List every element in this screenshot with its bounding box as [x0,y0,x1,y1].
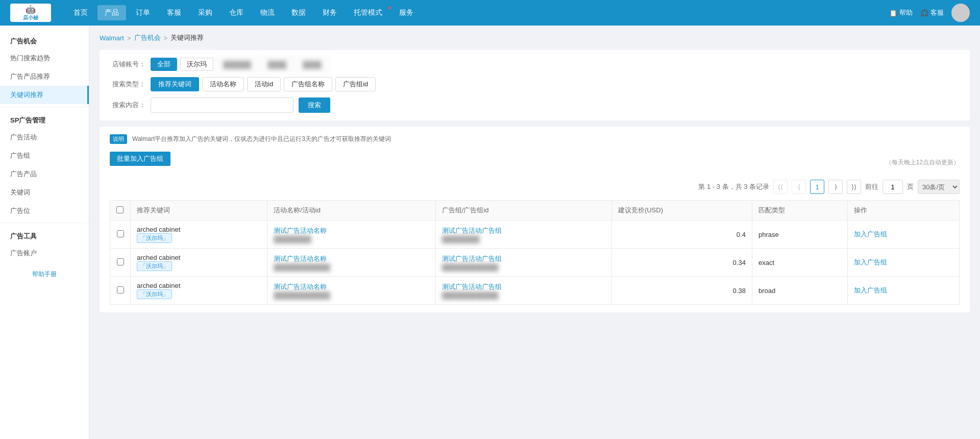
user-avatar[interactable] [951,4,970,22]
help-button[interactable]: 📋 帮助 [889,8,913,17]
col-adgroup: 广告组/广告组id [435,201,611,221]
store-walmart-btn[interactable]: 沃尔玛 [180,58,213,71]
nav-data[interactable]: 数据 [284,5,313,20]
nav-customer[interactable]: 客服 [160,5,188,20]
row2-add-btn[interactable]: 加入广告组 [854,258,887,266]
row2-checkbox[interactable] [117,258,124,265]
store-tags: 全部 沃尔玛 ██████ ████ ████ [151,58,328,71]
page-prev-btn[interactable]: ⟨ [792,180,806,194]
row2-keyword-cell: arched cabinet 「沃尔玛」 [131,249,267,277]
search-type-campaign-name-btn[interactable]: 活动名称 [202,77,244,91]
sidebar-item-ad-group[interactable]: 广告组 [0,147,89,165]
col-campaign: 活动名称/活动id [267,201,436,221]
nav-finance[interactable]: 财务 [315,5,344,20]
customer-service-button[interactable]: 🎧 客服 [920,8,944,17]
search-type-label: 搜索类型： [110,80,145,89]
row2-match-type-cell: exact [752,249,847,277]
col-match-type: 匹配类型 [752,201,847,221]
sidebar-item-keyword[interactable]: 关键词 [0,183,89,202]
row3-keyword-cell: arched cabinet 「沃尔玛」 [131,277,267,305]
search-type-adgroup-id-btn[interactable]: 广告组id [335,77,376,91]
per-page-select[interactable]: 30条/页 50条/页 100条/页 [918,180,960,194]
notice-bar: 说明 Walmart平台推荐加入广告的关键词，仅状态为进行中且已运行3天的广告才… [110,134,960,144]
nav-product[interactable]: 产品 [97,5,126,20]
nav-purchase[interactable]: 采购 [191,5,219,20]
row3-adgroup-name[interactable]: 测试广告活动广告组 [442,282,605,291]
sidebar-item-hot-trends[interactable]: 热门搜索趋势 [0,49,89,67]
pagination-info: 第 1 - 3 条，共 3 条记录 [698,182,769,191]
col-bid: 建议竞价(USD) [611,201,752,221]
help-manual-link[interactable]: 帮助手册 [32,271,57,278]
sidebar-item-ad-product[interactable]: 广告产品 [0,165,89,183]
row3-checkbox[interactable] [117,286,124,294]
page-goto-input[interactable] [883,180,903,194]
row2-keyword-text: arched cabinet [137,254,261,261]
sidebar-section-ads-opportunity: 广告机会 [0,31,89,49]
store-option-3[interactable]: ██████ [216,58,258,71]
app-logo[interactable]: 🤖 店小秘 [10,4,51,22]
search-button[interactable]: 搜索 [299,97,330,113]
store-option-4[interactable]: ████ [261,58,293,71]
sidebar-item-product-recommend[interactable]: 广告产品推荐 [0,67,89,86]
page-next-btn[interactable]: ⟩ [828,180,843,194]
row2-checkbox-cell [110,249,131,277]
sidebar-item-ad-campaign[interactable]: 广告活动 [0,128,89,147]
row1-adgroup-name[interactable]: 测试广告活动广告组 [442,226,605,235]
select-all-checkbox[interactable] [116,206,124,213]
row1-keyword-cell: arched cabinet 「沃尔玛」 [131,221,267,249]
nav-order[interactable]: 订单 [129,5,157,20]
row1-platform-tag: 「沃尔玛」 [137,233,261,243]
row1-bid: 0.4 [737,231,746,238]
row1-keyword-text: arched cabinet [137,226,261,233]
search-type-adgroup-name-btn[interactable]: 广告组名称 [284,77,332,91]
nav-managed[interactable]: 托管模式 [347,5,389,20]
row1-bid-cell: 0.4 [611,221,752,249]
store-all-btn[interactable]: 全部 [151,58,177,71]
row2-campaign-name[interactable]: 测试广告活动名称 [274,254,429,263]
col-checkbox [110,201,131,221]
nav-warehouse[interactable]: 仓库 [222,5,251,20]
sidebar-item-ad-slot[interactable]: 广告位 [0,202,89,220]
table-row: arched cabinet 「沃尔玛」 测试广告活动名称 ██████████… [110,277,960,305]
row3-add-btn[interactable]: 加入广告组 [854,286,887,294]
data-table: 推荐关键词 活动名称/活动id 广告组/广告组id 建议竞价(USD) 匹配类型… [110,200,960,305]
search-type-keyword-btn[interactable]: 推荐关键词 [151,77,199,91]
search-type-campaign-id-btn[interactable]: 活动id [247,77,281,91]
breadcrumb-sep-2: > [164,34,168,42]
row1-match-type: phrase [758,231,779,238]
nav-service[interactable]: 服务 [392,5,421,20]
breadcrumb-ad-opportunity[interactable]: 广告机会 [134,33,161,42]
row2-adgroup-name[interactable]: 测试广告活动广告组 [442,254,605,263]
toolbar-row: 批量加入广告组 （每天晚上12点自动更新） [110,152,960,174]
row1-checkbox[interactable] [117,230,124,237]
row3-match-type-cell: broad [752,277,847,305]
row3-campaign-name[interactable]: 测试广告活动名称 [274,282,429,291]
row1-action-cell: 加入广告组 [848,221,960,249]
main-content: Walmart > 广告机会 > 关键词推荐 店铺账号： 全部 沃尔玛 ████… [89,26,980,439]
search-content-row: 搜索内容： 搜索 [110,97,960,113]
nav-home[interactable]: 首页 [66,5,95,20]
row1-add-btn[interactable]: 加入广告组 [854,230,887,238]
page-first-btn[interactable]: ⟨⟨ [773,180,788,194]
page-last-btn[interactable]: ⟩⟩ [847,180,861,194]
row1-adgroup-id: ████████ [442,235,605,243]
page-1-btn[interactable]: 1 [810,180,824,194]
search-input[interactable] [151,97,293,113]
nav-right: 📋 帮助 🎧 客服 [889,4,970,22]
sidebar-item-keyword-recommend[interactable]: 关键词推荐 [0,86,89,104]
row3-adgroup-id: ████████████ [442,291,605,299]
store-option-5[interactable]: ████ [296,58,328,71]
goto-label: 前往 [865,182,878,191]
row1-campaign-name[interactable]: 测试广告活动名称 [274,226,429,235]
app-name: 店小秘 [23,15,38,20]
row3-adgroup-cell: 测试广告活动广告组 ████████████ [435,277,611,305]
sidebar-divider-2 [0,223,89,223]
batch-add-btn[interactable]: 批量加入广告组 [110,152,170,166]
nav-logistics[interactable]: 物流 [253,5,282,20]
breadcrumb-walmart[interactable]: Walmart [100,34,124,42]
sidebar-item-ad-account[interactable]: 广告账户 [0,244,89,262]
row2-campaign-cell: 测试广告活动名称 ████████████ [267,249,436,277]
sidebar: 广告机会 热门搜索趋势 广告产品推荐 关键词推荐 SP广告管理 广告活动 广告组… [0,26,89,439]
page-label: 页 [907,182,914,191]
search-type-row: 搜索类型： 推荐关键词 活动名称 活动id 广告组名称 广告组id [110,77,960,91]
